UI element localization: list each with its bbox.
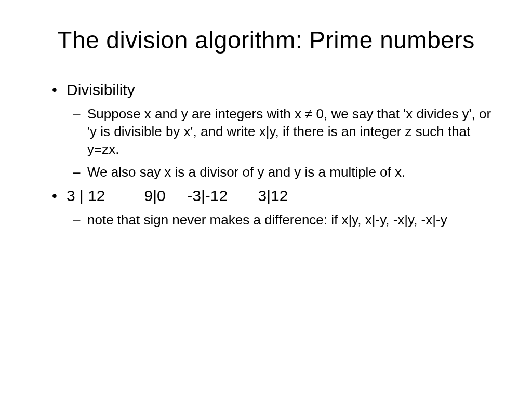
slide-content: Divisibility Suppose x and y are integer…: [31, 80, 501, 229]
bullet-label: 3 | 12 9|0 -3|-12 3|12: [66, 187, 288, 204]
sub-bullet-text: note that sign never makes a difference:…: [87, 212, 447, 228]
bullet-label: Divisibility: [66, 81, 135, 98]
slide-title: The division algorithm: Prime numbers: [31, 26, 501, 54]
sub-bullet-sign-note: note that sign never makes a difference:…: [73, 211, 501, 229]
bullet-divisibility: Divisibility Suppose x and y are integer…: [52, 80, 501, 181]
sub-bullet-divisor: We also say x is a divisor of y and y is…: [73, 163, 501, 181]
sub-bullet-text: Suppose x and y are integers with x ≠ 0,…: [87, 106, 491, 157]
sub-bullet-definition: Suppose x and y are integers with x ≠ 0,…: [73, 105, 501, 158]
bullet-examples: 3 | 12 9|0 -3|-12 3|12 note that sign ne…: [52, 186, 501, 229]
sub-bullet-text: We also say x is a divisor of y and y is…: [87, 164, 405, 180]
